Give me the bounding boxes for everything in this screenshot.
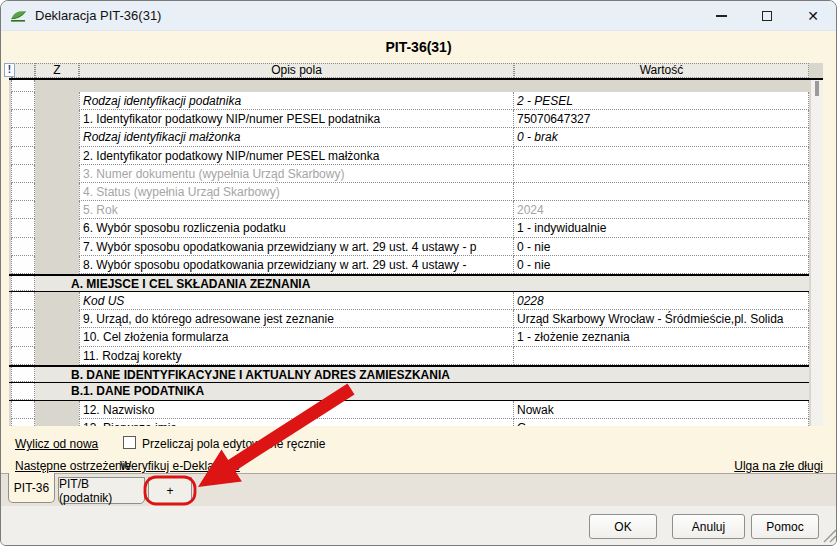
section-header-row: B.1. DANE PODATNIKA: [9, 383, 809, 401]
link-verify-edeclaration[interactable]: Weryfikuj e-Deklaracje: [120, 459, 240, 473]
field-label: 6. Wybór sposobu rozliczenia podatku: [79, 219, 514, 237]
field-value[interactable]: 2 - PESEL: [514, 92, 809, 110]
field-label: Rodzaj identyfikacji małżonka: [79, 128, 514, 146]
table-header-row: Z Opis pola Wartość: [9, 63, 823, 80]
field-value[interactable]: 0 - nie: [514, 256, 809, 274]
section-title: A. MIEJSCE I CEL SKŁADANIA ZEZNANIA: [35, 276, 809, 291]
row-indicator-cell: [11, 201, 35, 219]
field-value[interactable]: [514, 183, 809, 201]
header-z: Z: [35, 63, 79, 78]
row-indicator-cell: [11, 292, 35, 310]
table-row[interactable]: 2. Identyfikator podatkowy NIP/numer PES…: [9, 147, 809, 165]
table-row[interactable]: Rodzaj identyfikacji małżonka0 - brak: [9, 128, 809, 146]
field-value[interactable]: Nowak: [514, 401, 809, 419]
maximize-button[interactable]: [744, 1, 790, 31]
row-indicator-cell: [11, 256, 35, 274]
tab-add-attachment[interactable]: +: [148, 477, 192, 504]
link-next-warning[interactable]: Następne ostrzeżenie: [15, 459, 131, 473]
section-header-row: A. MIEJSCE I CEL SKŁADANIA ZEZNANIA: [9, 274, 809, 292]
table-row[interactable]: 11. Rodzaj korekty: [9, 347, 809, 365]
table-row[interactable]: 13. Pierwsze imięG: [9, 419, 809, 426]
section-title: B. DANE IDENTYFIKACYJNE I AKTUALNY ADRES…: [35, 367, 809, 382]
table-row[interactable]: 12. NazwiskoNowak: [9, 401, 809, 419]
field-label: 12. Nazwisko: [79, 401, 514, 419]
field-label: 8. Wybór sposobu opodatkowania przewidzi…: [79, 256, 514, 274]
table-row[interactable]: 1. Identyfikator podatkowy NIP/numer PES…: [9, 110, 809, 128]
row-indicator-cell: [11, 401, 35, 419]
table-row[interactable]: Rodzaj identyfikacji podatnika2 - PESEL: [9, 92, 809, 110]
close-icon: ✕: [807, 9, 819, 23]
field-label: 2. Identyfikator podatkowy NIP/numer PES…: [79, 147, 514, 165]
ok-button[interactable]: OK: [589, 514, 657, 539]
field-value[interactable]: Urząd Skarbowy Wrocław - Śródmieście,pl.…: [514, 310, 809, 328]
row-indicator-cell: [11, 80, 35, 92]
field-value[interactable]: 1 - indywidualnie: [514, 219, 809, 237]
row-indicator-cell: [11, 183, 35, 201]
section-title: B.1. DANE PODATNIKA: [35, 383, 809, 400]
field-label: 4. Status (wypełnia Urząd Skarbowy): [79, 183, 514, 201]
row-indicator-cell: [11, 367, 35, 382]
manual-recalc-checkbox[interactable]: [123, 436, 136, 449]
header-wartosc: Wartość: [514, 63, 809, 78]
row-indicator-cell: [11, 147, 35, 165]
table-row[interactable]: 5. Rok2024: [9, 201, 809, 219]
field-value[interactable]: 75070647327: [514, 110, 809, 128]
row-indicator-cell: [11, 165, 35, 183]
row-indicator-cell: [11, 92, 35, 110]
field-value[interactable]: 2024: [514, 201, 809, 219]
field-label: 7. Wybór sposobu opodatkowania przewidzi…: [79, 238, 514, 256]
field-label: Kod US: [79, 292, 514, 310]
row-indicator-cell: [11, 128, 35, 146]
section-header-row: B. DANE IDENTYFIKACYJNE I AKTUALNY ADRES…: [9, 365, 809, 383]
table-row[interactable]: 9. Urząd, do którego adresowane jest zez…: [9, 310, 809, 328]
link-bad-debt-relief[interactable]: Ulga na złe długi: [734, 459, 823, 473]
table-row[interactable]: 6. Wybór sposobu rozliczenia podatku1 - …: [9, 219, 809, 237]
maximize-icon: [762, 11, 772, 21]
field-label: 5. Rok: [79, 201, 514, 219]
tab-pitb-podatnik[interactable]: PIT/B (podatnik): [58, 477, 145, 504]
row-indicator-cell: [11, 383, 35, 400]
field-label: 11. Rodzaj korekty: [79, 347, 514, 365]
dialog-window: Deklaracja PIT-36(31) ✕ PIT-36(31) ! Z O…: [0, 0, 837, 546]
tab-pit36[interactable]: PIT-36: [8, 473, 55, 503]
window-controls: ✕: [698, 1, 836, 31]
app-logo-icon: [10, 8, 27, 24]
cancel-button[interactable]: Anuluj: [672, 514, 745, 539]
declaration-table: ! Z Opis pola Wartość Rodzaj identyfikac…: [9, 63, 823, 426]
field-value[interactable]: G: [514, 419, 809, 426]
field-value[interactable]: 0 - nie: [514, 238, 809, 256]
close-button[interactable]: ✕: [790, 1, 836, 31]
header-opis-pola: Opis pola: [79, 63, 514, 78]
field-value[interactable]: 1 - złożenie zeznania: [514, 328, 809, 346]
help-button[interactable]: Pomoc: [751, 514, 819, 539]
field-value[interactable]: [514, 165, 809, 183]
table-row[interactable]: 10. Cel złożenia formularza1 - złożenie …: [9, 328, 809, 346]
field-value[interactable]: 0 - brak: [514, 128, 809, 146]
button-bar: OK Anuluj Pomoc: [1, 506, 836, 546]
vertical-scrollbar[interactable]: [811, 80, 823, 426]
row-indicator-cell: [11, 238, 35, 256]
field-value[interactable]: [514, 147, 809, 165]
table-row[interactable]: 4. Status (wypełnia Urząd Skarbowy): [9, 183, 809, 201]
table-row[interactable]: 8. Wybór sposobu opodatkowania przewidzi…: [9, 256, 809, 274]
row-indicator-cell: [11, 328, 35, 346]
field-label: 13. Pierwsze imię: [79, 419, 514, 426]
row-indicator-cell: [11, 110, 35, 128]
field-label: 9. Urząd, do którego adresowane jest zez…: [79, 310, 514, 328]
link-recalculate[interactable]: Wylicz od nowa: [15, 437, 98, 451]
table-row[interactable]: Kod US0228: [9, 292, 809, 310]
table-row[interactable]: 7. Wybór sposobu opodatkowania przewidzi…: [9, 238, 809, 256]
field-label: 1. Identyfikator podatkowy NIP/numer PES…: [79, 110, 514, 128]
table-row[interactable]: 3. Numer dokumentu (wypełnia Urząd Skarb…: [9, 165, 809, 183]
minimize-button[interactable]: [698, 1, 744, 31]
scrollbar-thumb[interactable]: [815, 81, 819, 96]
form-title: PIT-36(31): [1, 39, 836, 55]
field-value[interactable]: [514, 347, 809, 365]
row-indicator-cell: [11, 219, 35, 237]
table-body: Rodzaj identyfikacji podatnika2 - PESEL1…: [9, 80, 811, 426]
titlebar: Deklaracja PIT-36(31) ✕: [1, 1, 836, 31]
row-indicator-cell: [11, 347, 35, 365]
row-indicator-cell: [11, 276, 35, 291]
field-value[interactable]: 0228: [514, 292, 809, 310]
manual-recalc-checkbox-label: Przeliczaj pola edytowalne ręcznie: [142, 437, 325, 451]
